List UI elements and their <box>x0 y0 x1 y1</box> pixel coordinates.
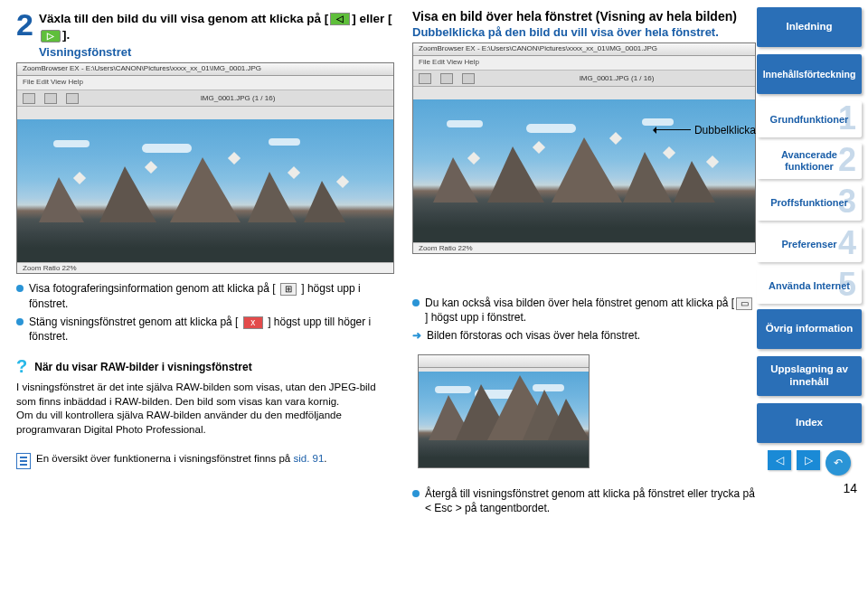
screenshot-left: ZoomBrowser EX - E:\Users\CANON\Pictures… <box>16 62 394 274</box>
raw-heading: ? När du visar RAW-bilder i visningsföns… <box>16 356 394 377</box>
step-subtitle: Visningsfönstret <box>39 45 394 59</box>
forward-icon: ▷ <box>41 30 61 42</box>
window-title <box>419 355 589 368</box>
chapter-label: Proffsfunktioner <box>770 197 848 209</box>
chapter-label: Använda Internet <box>769 280 850 292</box>
sidebar-toc[interactable]: Innehållsförteckning <box>757 54 862 94</box>
note-text: Bilden förstoras och visas över hela fön… <box>427 328 640 343</box>
nav-next-button[interactable]: ▷ <box>797 450 820 470</box>
window-title: ZoomBrowser EX - E:\Users\CANON\Pictures… <box>17 63 393 76</box>
window-menu: File Edit View Help <box>17 76 393 90</box>
tool-icon <box>440 73 453 84</box>
page-number: 14 <box>750 481 857 495</box>
left-notes: Visa fotograferingsinformation genom att… <box>16 281 394 344</box>
right-subtitle: Dubbelklicka på den bild du vill visa öv… <box>412 25 756 39</box>
tool-icon <box>462 73 475 84</box>
screenshot-fullscreen-preview <box>418 354 590 468</box>
sidebar-item-3[interactable]: 3 Proffsfunktioner <box>757 184 862 221</box>
close-icon: x <box>243 316 263 329</box>
tool-icon <box>23 93 35 104</box>
sidebar-item-4[interactable]: 4 Preferenser <box>757 226 862 262</box>
sidebar-item-5[interactable]: 5 Använda Internet <box>757 268 862 304</box>
window-toolbar: IMG_0001.JPG (1 / 16) <box>413 71 755 87</box>
page-reference-icon <box>16 453 31 469</box>
screenshot-right: ZoomBrowser EX - E:\Users\CANON\Pictures… <box>412 42 756 254</box>
sidebar-intro[interactable]: Inledning <box>757 7 862 47</box>
nav-prev-button[interactable]: ◁ <box>768 450 791 470</box>
nav-arrows: ◁ ▷ ↶ <box>750 450 868 476</box>
back-icon: ◁ <box>330 13 350 25</box>
sidebar-lookup[interactable]: Uppslagning av innehåll <box>757 356 862 396</box>
raw-title: När du visar RAW-bilder i visningsfönstr… <box>34 361 251 373</box>
doubleclick-label: Dubbelklicka <box>694 124 756 137</box>
filename-label: IMG_0001.JPG (1 / 16) <box>484 74 750 82</box>
step-number: 2 <box>16 9 33 40</box>
sidebar-index[interactable]: Index <box>757 403 862 443</box>
chapter-number: 4 <box>838 224 856 262</box>
chapter-label: Grundfunktioner <box>770 114 849 126</box>
step-header: 2 Växla till den bild du vill visa genom… <box>16 9 394 59</box>
bullet-icon <box>412 490 420 497</box>
note-text: Stäng visningsfönstret genom att klicka … <box>29 316 238 328</box>
zoom-ratio-label: Zoom Ratio 22% <box>17 262 393 273</box>
note-text: Återgå till visningsfönstret genom att k… <box>425 486 756 515</box>
tool-icon <box>44 93 57 104</box>
nav-back-button[interactable]: ↶ <box>826 450 851 476</box>
zoom-ratio-label: Zoom Ratio 22% <box>413 242 755 253</box>
raw-body: I visningsfönstret är det inte själva RA… <box>16 381 394 437</box>
footer-text: En översikt över funktionerna i visnings… <box>36 453 293 464</box>
right-notes: Du kan också visa bilden över hela fönst… <box>412 296 756 344</box>
note-text: Visa fotograferingsinformation genom att… <box>29 282 276 295</box>
sidebar: Inledning Innehållsförteckning 1 Grundfu… <box>750 0 868 495</box>
window-title: ZoomBrowser EX - E:\Users\CANON\Pictures… <box>413 43 755 56</box>
step-instruction: Växla till den bild du vill visa genom a… <box>39 9 394 43</box>
bullet-icon <box>16 318 24 325</box>
sidebar-item-2[interactable]: 2 Avancerade funktioner <box>757 143 862 179</box>
note-text: Du kan också visa bilden över hela fönst… <box>425 296 756 325</box>
window-toolbar: IMG_0001.JPG (1 / 16) <box>17 90 393 107</box>
chapter-label: Avancerade funktioner <box>757 149 862 172</box>
callout-arrow <box>655 129 691 130</box>
filename-label: IMG_0001.JPG (1 / 16) <box>88 94 388 102</box>
result-arrow-icon: ➜ <box>412 328 421 343</box>
right-title: Visa en bild över hela fönstret (Visning… <box>412 9 756 24</box>
chapter-label: Preferenser <box>781 239 836 250</box>
tool-icon <box>419 73 431 84</box>
question-icon: ? <box>16 356 27 377</box>
sidebar-item-1[interactable]: 1 Grundfunktioner <box>757 101 862 137</box>
info-panel-icon: ⊞ <box>280 283 297 296</box>
bullet-icon <box>16 285 24 292</box>
page-link[interactable]: sid. 91 <box>293 453 324 464</box>
return-note: Återgå till visningsfönstret genom att k… <box>412 486 756 515</box>
bullet-icon <box>412 299 420 306</box>
sidebar-other-info[interactable]: Övrig information <box>757 309 862 349</box>
footer-note: En översikt över funktionerna i visnings… <box>16 453 394 469</box>
fullscreen-icon: ▭ <box>736 297 752 310</box>
window-menu: File Edit View Help <box>413 56 755 71</box>
tool-icon <box>66 93 79 104</box>
